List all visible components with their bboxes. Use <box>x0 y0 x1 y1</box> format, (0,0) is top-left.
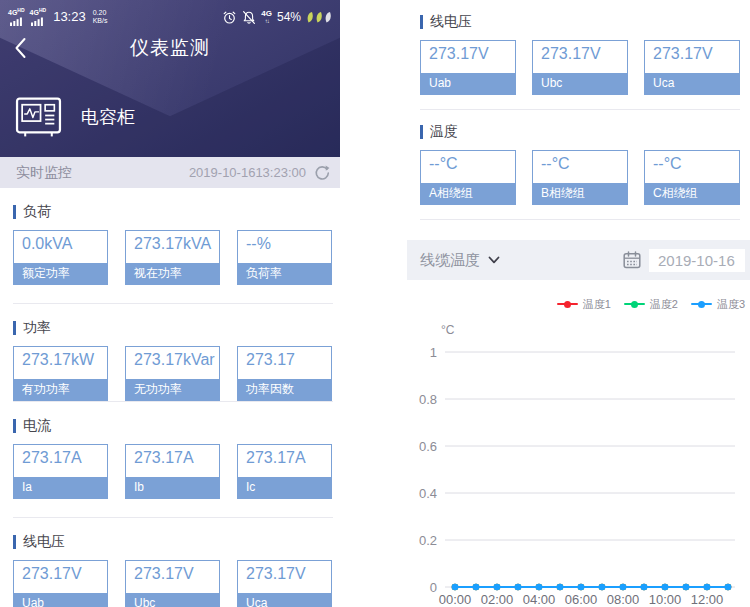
metric-value: 273.17 <box>238 347 331 379</box>
metric-section: 电流273.17AIa273.17AIb273.17AIc <box>13 402 333 518</box>
svg-text:0.2: 0.2 <box>419 533 437 548</box>
metric-card: 273.17AIc <box>237 444 332 499</box>
svg-text:08:00: 08:00 <box>607 592 640 607</box>
metric-label: Ic <box>238 477 331 498</box>
metric-label: 无功功率 <box>126 379 219 400</box>
chevron-down-icon <box>488 256 500 264</box>
section-title: 温度 <box>420 122 740 142</box>
legend-dot-icon <box>698 301 705 308</box>
refresh-button[interactable] <box>313 164 330 181</box>
metric-label: Uab <box>14 593 107 607</box>
metric-label: 有功功率 <box>14 379 107 400</box>
capacitor-cabinet-icon <box>15 95 62 139</box>
legend-line-icon <box>557 303 578 305</box>
chevron-left-icon <box>14 37 26 59</box>
section-title-bar-icon <box>420 15 423 29</box>
card-row: 273.17AIa273.17AIb273.17AIc <box>13 444 333 499</box>
meter-monitor-screen: 4GHD 4GHD 13:23 <box>0 0 750 607</box>
metric-card: 273.17VUbc <box>125 560 220 607</box>
metric-label: Uca <box>238 593 331 607</box>
metric-value: --°C <box>421 151 515 183</box>
svg-text:0.6: 0.6 <box>419 439 437 454</box>
metric-value: 273.17A <box>14 445 107 477</box>
data-arrows-icon: ↑↓ <box>265 18 269 24</box>
legend-label: 温度2 <box>650 297 678 312</box>
alarm-clock-icon <box>222 10 237 25</box>
metric-section: 负荷0.0kVA额定功率273.17kVA视在功率--%负荷率 <box>13 188 333 304</box>
date-field[interactable]: 2019-10-16 <box>649 249 745 272</box>
section-title-bar-icon <box>420 125 423 139</box>
status-bar-right: 4G ↑↓ 54% <box>222 10 332 25</box>
svg-text:0.8: 0.8 <box>419 392 437 407</box>
metric-label: C相绕组 <box>645 183 739 204</box>
cable-temp-filter-bar: 线缆温度 2019-10-16 <box>407 240 750 280</box>
metric-value: 0.0kVA <box>14 231 107 263</box>
metric-value: 273.17V <box>645 41 739 73</box>
legend-line-icon <box>691 303 712 305</box>
metric-card: --°CB相绕组 <box>532 150 628 205</box>
speed-value: 0.20 <box>93 9 108 17</box>
cable-temp-dropdown[interactable]: 线缆温度 <box>420 251 500 270</box>
metric-label: Ib <box>126 477 219 498</box>
section-title: 负荷 <box>13 202 333 222</box>
back-button[interactable] <box>14 37 26 59</box>
battery-percent: 54% <box>277 10 301 24</box>
svg-text:10:00: 10:00 <box>649 592 682 607</box>
metric-value: 273.17A <box>126 445 219 477</box>
right-metric-sections: 线电压273.17VUab273.17VUbc273.17VUca温度--°CA… <box>407 0 750 220</box>
section-title-text: 线电压 <box>23 533 65 551</box>
metric-card: 273.17VUca <box>237 560 332 607</box>
metric-value: 273.17V <box>14 561 107 593</box>
svg-text:12:00: 12:00 <box>691 592 724 607</box>
right-panel: 线电压273.17VUab273.17VUbc273.17VUca温度--°CA… <box>407 0 750 607</box>
cable-temp-label: 线缆温度 <box>420 251 480 270</box>
card-row: 273.17VUab273.17VUbc273.17VUca <box>420 40 740 95</box>
metric-value: 273.17A <box>238 445 331 477</box>
metric-value: 273.17V <box>421 41 515 73</box>
metric-label: 视在功率 <box>126 263 219 284</box>
network-type-label: 4GHD <box>8 8 25 16</box>
metric-card: 273.17功率因数 <box>237 346 332 401</box>
metric-card: 273.17VUca <box>644 40 740 95</box>
section-title-bar-icon <box>13 321 16 335</box>
device-name: 电容柜 <box>81 105 135 129</box>
section-title-text: 负荷 <box>23 203 51 221</box>
metric-section: 功率273.17kW有功功率273.17kVar无功功率273.17功率因数 <box>13 304 333 402</box>
metric-value: 273.17kVar <box>126 347 219 379</box>
battery-leaf-icon <box>306 11 332 24</box>
realtime-bar: 实时监控 2019-10-1613:23:00 <box>0 157 340 188</box>
signal-bars-icon <box>31 17 44 26</box>
svg-text:°C: °C <box>441 323 455 337</box>
svg-text:00:00: 00:00 <box>439 592 472 607</box>
metric-card: 273.17VUab <box>13 560 108 607</box>
speed-unit: KB/s <box>93 17 108 25</box>
section-title-text: 电流 <box>23 417 51 435</box>
section-title: 电流 <box>13 416 333 436</box>
metric-card: --°CC相绕组 <box>644 150 740 205</box>
metric-card: 273.17kW有功功率 <box>13 346 108 401</box>
mobile-data-icon: 4G ↑↓ <box>261 10 272 24</box>
metric-card: 273.17AIb <box>125 444 220 499</box>
section-title-bar-icon <box>13 205 16 219</box>
legend-line-icon <box>624 303 645 305</box>
realtime-label: 实时监控 <box>16 164 72 182</box>
card-row: --°CA相绕组--°CB相绕组--°CC相绕组 <box>420 150 740 205</box>
metric-label: B相绕组 <box>533 183 627 204</box>
legend-dot-icon <box>564 301 571 308</box>
temperature-line-chart: °C00.20.40.60.8100:0002:0004:0006:0008:0… <box>407 312 750 607</box>
calendar-icon[interactable] <box>622 250 642 270</box>
network-4g-badge: 4GHD <box>8 8 25 25</box>
section-title: 功率 <box>13 318 333 338</box>
legend-item[interactable]: 温度3 <box>691 297 745 312</box>
app-header: 4GHD 4GHD 13:23 <box>0 0 340 157</box>
metric-value: 273.17kVA <box>126 231 219 263</box>
signal-bars-icon <box>10 17 23 26</box>
metric-label: Uab <box>421 73 515 94</box>
section-title-text: 功率 <box>23 319 51 337</box>
svg-text:04:00: 04:00 <box>523 592 556 607</box>
chart-container: °C00.20.40.60.8100:0002:0004:0006:0008:0… <box>407 312 750 607</box>
legend-item[interactable]: 温度2 <box>624 297 678 312</box>
legend-item[interactable]: 温度1 <box>557 297 611 312</box>
metric-value: --% <box>238 231 331 263</box>
legend-label: 温度3 <box>717 297 745 312</box>
